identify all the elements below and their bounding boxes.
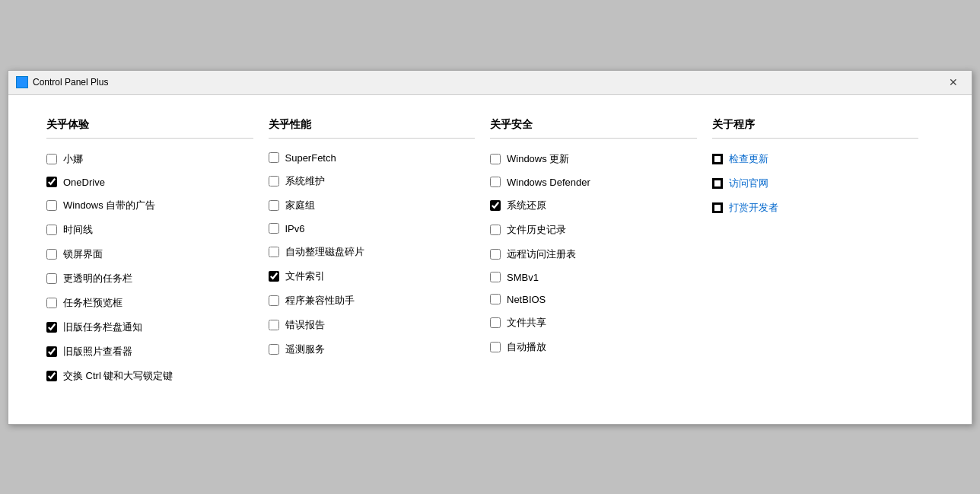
column-security: 关乎安全Windows 更新Windows Defender系统还原文件历史记录… (490, 118, 712, 394)
checkbox-item-security-4[interactable]: 远程访问注册表 (490, 247, 697, 261)
checkbox-item-experience-2[interactable]: Windows 自带的广告 (46, 199, 253, 212)
checkbox-experience-4[interactable] (46, 249, 57, 260)
checkbox-experience-3[interactable] (46, 225, 57, 235)
checkbox-label-security-4: 远程访问注册表 (507, 247, 576, 261)
title-bar: Control Panel Plus ✕ (8, 71, 972, 95)
checkbox-item-security-0[interactable]: Windows 更新 (490, 152, 697, 166)
checkbox-label-performance-7: 错误报告 (285, 318, 325, 332)
checkbox-item-security-2[interactable]: 系统还原 (490, 199, 697, 212)
checkbox-experience-6[interactable] (46, 298, 57, 308)
checkbox-performance-3[interactable] (269, 223, 279, 234)
action-label-about-1[interactable]: 访问官网 (729, 177, 768, 190)
action-label-about-2[interactable]: 打赏开发者 (729, 201, 778, 215)
main-window: Control Panel Plus ✕ 关乎体验小娜OneDriveWindo… (8, 70, 972, 425)
checkbox-label-performance-8: 遥测服务 (285, 343, 325, 356)
column-header-security: 关乎安全 (490, 118, 697, 139)
checkbox-item-experience-9[interactable]: 交换 Ctrl 键和大写锁定键 (46, 369, 253, 383)
checkbox-label-performance-1: 系统维护 (285, 174, 325, 188)
checkbox-item-security-3[interactable]: 文件历史记录 (490, 223, 697, 237)
checkbox-item-experience-7[interactable]: 旧版任务栏盘通知 (46, 320, 253, 334)
checkbox-item-security-6[interactable]: NetBIOS (490, 294, 697, 305)
checkbox-item-security-7[interactable]: 文件共享 (490, 316, 697, 330)
checkbox-label-security-8: 自动播放 (507, 340, 546, 354)
checkbox-label-performance-0: SuperFetch (285, 152, 336, 164)
checkbox-item-performance-7[interactable]: 错误报告 (269, 318, 476, 332)
checkbox-item-performance-3[interactable]: IPv6 (269, 223, 476, 234)
checkbox-label-experience-8: 旧版照片查看器 (63, 345, 132, 359)
action-item-about-0[interactable]: 检查更新 (712, 152, 919, 166)
column-header-about: 关于程序 (712, 118, 919, 139)
action-label-about-0[interactable]: 检查更新 (729, 152, 768, 166)
checkbox-item-performance-1[interactable]: 系统维护 (269, 174, 476, 188)
checkbox-security-4[interactable] (490, 249, 501, 260)
checkbox-security-5[interactable] (490, 272, 501, 282)
checkbox-label-experience-6: 任务栏预览框 (63, 296, 123, 310)
column-about: 关于程序检查更新访问官网打赏开发者 (712, 118, 934, 394)
checkbox-experience-5[interactable] (46, 273, 57, 284)
window-title: Control Panel Plus (33, 77, 108, 88)
column-header-performance: 关乎性能 (269, 118, 476, 139)
checkbox-label-experience-1: OneDrive (63, 177, 105, 188)
checkbox-performance-6[interactable] (269, 295, 279, 306)
title-bar-left: Control Panel Plus (16, 76, 108, 88)
checkbox-label-security-0: Windows 更新 (507, 152, 569, 166)
checkbox-label-security-5: SMBv1 (507, 272, 539, 283)
checkbox-item-experience-3[interactable]: 时间线 (46, 223, 253, 237)
checkbox-experience-9[interactable] (46, 371, 57, 381)
checkbox-performance-2[interactable] (269, 200, 279, 211)
checkbox-item-performance-5[interactable]: 文件索引 (269, 269, 476, 283)
checkbox-security-8[interactable] (490, 342, 501, 352)
checkbox-item-experience-5[interactable]: 更透明的任务栏 (46, 272, 253, 285)
checkbox-security-3[interactable] (490, 225, 501, 235)
checkbox-label-performance-5: 文件索引 (285, 269, 325, 283)
checkbox-label-experience-2: Windows 自带的广告 (63, 199, 155, 212)
column-header-experience: 关乎体验 (46, 118, 253, 139)
checkbox-performance-4[interactable] (269, 247, 279, 257)
action-icon-1 (712, 178, 723, 189)
close-button[interactable]: ✕ (943, 75, 964, 90)
checkbox-item-security-8[interactable]: 自动播放 (490, 340, 697, 354)
checkbox-experience-8[interactable] (46, 346, 57, 357)
checkbox-item-performance-0[interactable]: SuperFetch (269, 152, 476, 164)
checkbox-experience-7[interactable] (46, 322, 57, 333)
checkbox-item-security-5[interactable]: SMBv1 (490, 272, 697, 283)
checkbox-performance-5[interactable] (269, 271, 279, 282)
checkbox-security-1[interactable] (490, 177, 501, 187)
action-icon-2 (712, 202, 723, 213)
checkbox-label-experience-4: 锁屏界面 (63, 247, 103, 261)
checkbox-item-experience-6[interactable]: 任务栏预览框 (46, 296, 253, 310)
checkbox-item-experience-1[interactable]: OneDrive (46, 177, 253, 188)
action-item-about-2[interactable]: 打赏开发者 (712, 201, 919, 215)
checkbox-label-security-1: Windows Defender (507, 177, 590, 188)
checkbox-security-2[interactable] (490, 200, 501, 211)
checkbox-item-experience-8[interactable]: 旧版照片查看器 (46, 345, 253, 359)
checkbox-performance-1[interactable] (269, 176, 279, 186)
app-icon (16, 76, 28, 88)
checkbox-security-0[interactable] (490, 154, 501, 164)
checkbox-performance-7[interactable] (269, 320, 279, 330)
checkbox-item-security-1[interactable]: Windows Defender (490, 177, 697, 188)
checkbox-label-security-7: 文件共享 (507, 316, 546, 330)
checkbox-label-security-2: 系统还原 (507, 199, 546, 212)
checkbox-label-performance-2: 家庭组 (285, 199, 315, 212)
checkbox-experience-1[interactable] (46, 177, 57, 187)
checkbox-label-performance-4: 自动整理磁盘碎片 (285, 245, 364, 259)
action-icon-0 (712, 154, 723, 164)
checkbox-security-7[interactable] (490, 317, 501, 328)
checkbox-item-performance-8[interactable]: 遥测服务 (269, 343, 476, 356)
action-item-about-1[interactable]: 访问官网 (712, 177, 919, 190)
checkbox-item-performance-6[interactable]: 程序兼容性助手 (269, 294, 476, 308)
checkbox-item-experience-0[interactable]: 小娜 (46, 152, 253, 166)
checkbox-experience-0[interactable] (46, 154, 57, 164)
checkbox-label-experience-7: 旧版任务栏盘通知 (63, 320, 142, 334)
checkbox-performance-0[interactable] (269, 152, 279, 163)
checkbox-label-security-6: NetBIOS (507, 294, 546, 305)
checkbox-item-performance-2[interactable]: 家庭组 (269, 199, 476, 212)
checkbox-item-performance-4[interactable]: 自动整理磁盘碎片 (269, 245, 476, 259)
checkbox-security-6[interactable] (490, 294, 501, 304)
checkbox-item-experience-4[interactable]: 锁屏界面 (46, 247, 253, 261)
column-performance: 关乎性能SuperFetch系统维护家庭组IPv6自动整理磁盘碎片文件索引程序兼… (269, 118, 491, 394)
checkbox-label-performance-6: 程序兼容性助手 (285, 294, 355, 308)
checkbox-performance-8[interactable] (269, 344, 279, 355)
checkbox-experience-2[interactable] (46, 200, 57, 211)
